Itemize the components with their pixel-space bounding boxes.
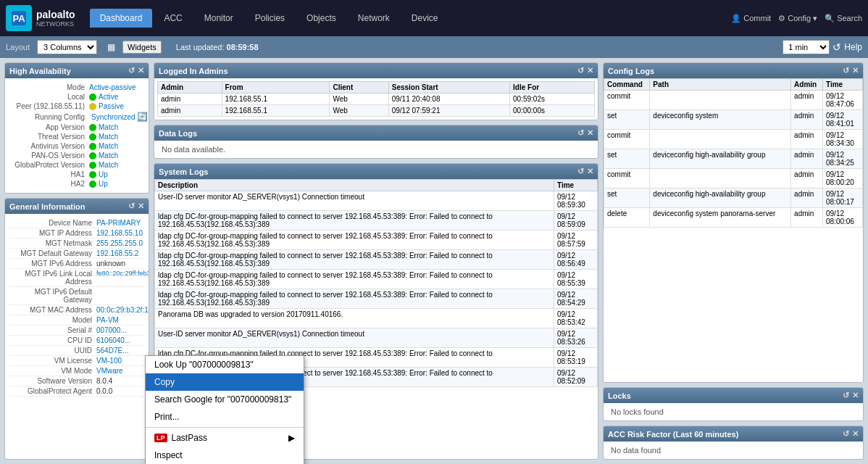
layout-label: Layout [6, 43, 30, 51]
syslog-row: User-ID server monitor AD_SERVER(vsys1) … [155, 191, 598, 211]
syslogs-refresh-icon[interactable]: ↺ [577, 167, 584, 176]
ha-panel-header: High Availability ↺ ✕ [5, 63, 149, 78]
ctx-lastpass[interactable]: LP LastPass ▶ [146, 429, 304, 447]
gi-panel-header: General Information ↺ ✕ [5, 199, 149, 214]
syslogs-title: System Logs [159, 167, 208, 176]
tab-acc[interactable]: ACC [154, 9, 192, 28]
datalogs-refresh-icon[interactable]: ↺ [577, 128, 584, 138]
tab-dashboard[interactable]: Dashboard [90, 9, 153, 28]
ha-row-ha2: HA2 Up [9, 179, 144, 188]
config-link[interactable]: ⚙ Config ▾ [778, 14, 817, 23]
ha-row-ha1: HA1 Up [9, 170, 144, 179]
antivirus-dot [89, 143, 96, 150]
config-logs-panel: Config Logs ↺ ✕ Command Path Admin Time [603, 62, 864, 383]
gi-row-ipv6-gw: MGT IPv6 Default Gateway [9, 287, 144, 305]
syslog-row: ldap cfg DC-for-group-mapping failed to … [155, 270, 598, 289]
ha-row-gp: GlobalProtect Version Match [9, 160, 144, 170]
gi-row-ipv6-link: MGT IPv6 Link Local Address fe80::20c:29… [9, 269, 144, 287]
syslogs-close-icon[interactable]: ✕ [587, 167, 593, 176]
panos-dot [89, 152, 96, 160]
high-availability-panel: High Availability ↺ ✕ Mode Active-passiv… [4, 62, 149, 194]
ha-row-mode: Mode Active-passive [9, 83, 144, 92]
admins-body: Admin From Client Session Start Idle For… [154, 78, 598, 120]
admins-col-client: Client [330, 82, 388, 94]
tab-device[interactable]: Device [401, 9, 448, 28]
gi-refresh-icon[interactable]: ↺ [128, 202, 135, 211]
admins-controls: ↺ ✕ [577, 66, 593, 75]
ha-close-icon[interactable]: ✕ [138, 66, 144, 75]
acc-body: No data found [604, 442, 863, 459]
lastpass-icon: LP [154, 434, 167, 442]
ctx-copy[interactable]: Copy [146, 373, 304, 391]
locks-title: Locks [608, 392, 631, 400]
ha-row-local: Local Active [9, 92, 144, 102]
cfg-col-time: Time [823, 79, 863, 91]
cfg-row: commit admin 09/1208:34:30 [604, 130, 863, 149]
admins-refresh-icon[interactable]: ↺ [577, 66, 584, 75]
cfglogs-table: Command Path Admin Time commit admin 09/… [604, 78, 863, 228]
gi-title: General Information [9, 202, 85, 211]
locks-no-data: No locks found [608, 405, 667, 419]
ctx-lookup[interactable]: Look Up "007000009813" [146, 356, 304, 373]
gi-row-cpuid: CPU ID 6106040... [9, 336, 144, 346]
ha-row-antivirus: Antivirus Version Match [9, 141, 144, 151]
ha-row-app: App Version Match [9, 123, 144, 132]
ha-refresh-icon[interactable]: ↺ [128, 66, 135, 75]
logo-icon: PA [6, 5, 32, 31]
refresh-interval-select[interactable]: 1 min 5 min Manual [783, 40, 830, 54]
updated-label: Last updated: 08:59:58 [176, 43, 259, 51]
help-button[interactable]: Help [844, 42, 862, 52]
widgets-button[interactable]: Widgets [122, 41, 162, 54]
gi-row-serial: Serial # 007000... [9, 326, 144, 336]
gi-row-gateway: MGT Default Gateway 192.168.55.2 [9, 249, 144, 259]
ha-row-threat: Threat Version Match [9, 132, 144, 141]
cfglogs-close-icon[interactable]: ✕ [852, 66, 859, 75]
datalogs-close-icon[interactable]: ✕ [587, 128, 593, 138]
syslog-row: Panorama DB was upgraded to version 2017… [155, 309, 598, 328]
locks-panel: Locks ↺ ✕ No locks found [603, 387, 864, 421]
cfglogs-controls: ↺ ✕ [843, 66, 859, 75]
cfglogs-refresh-icon[interactable]: ↺ [843, 66, 849, 75]
gi-row-device-name: Device Name PA-PRIMARY [9, 218, 144, 228]
acc-refresh-icon[interactable]: ↺ [843, 429, 849, 439]
search-link[interactable]: 🔍 Search [825, 14, 862, 23]
tab-policies[interactable]: Policies [245, 9, 295, 28]
gi-close-icon[interactable]: ✕ [138, 202, 144, 211]
tab-objects[interactable]: Objects [296, 9, 346, 28]
cfglogs-body: Command Path Admin Time commit admin 09/… [604, 78, 863, 382]
gi-row-uuid: UUID 564D7E... [9, 346, 144, 356]
gi-row-mgt-ip: MGT IP Address 192.168.55.10 [9, 228, 144, 239]
datalogs-controls: ↺ ✕ [577, 128, 593, 138]
toolbar: Layout 3 Columns 2 Columns 1 Column ▦ Wi… [0, 36, 868, 58]
locks-body: No locks found [604, 403, 863, 420]
ctx-search-google[interactable]: Search Google for "007000009813" [146, 391, 304, 408]
data-logs-panel: Data Logs ↺ ✕ No data available. [154, 125, 598, 159]
syslog-col-time: Time [554, 180, 598, 191]
acc-risk-panel: ACC Risk Factor (Last 60 minutes) ↺ ✕ No… [603, 426, 864, 460]
columns-select[interactable]: 3 Columns 2 Columns 1 Column [37, 40, 97, 54]
tab-network[interactable]: Network [348, 9, 400, 28]
locks-close-icon[interactable]: ✕ [852, 391, 859, 400]
admins-close-icon[interactable]: ✕ [587, 66, 593, 75]
syslog-row: ldap cfg DC-for-group-mapping failed to … [155, 250, 598, 270]
acc-title: ACC Risk Factor (Last 60 minutes) [608, 430, 738, 439]
nav-tabs: Dashboard ACC Monitor Policies Objects N… [90, 9, 448, 28]
ha-body: Mode Active-passive Local Active Peer (1… [5, 78, 149, 193]
commit-link[interactable]: 👤 Commit [731, 14, 771, 23]
ctx-inspect[interactable]: Inspect [146, 447, 304, 464]
locks-controls: ↺ ✕ [843, 391, 859, 400]
widgets-icon: ▦ [107, 42, 115, 52]
ha-title: High Availability [9, 67, 71, 75]
refresh-button[interactable]: ↺ [832, 41, 841, 53]
ctx-print[interactable]: Print... [146, 408, 304, 426]
ctx-arrow-icon: ▶ [288, 433, 295, 443]
locks-refresh-icon[interactable]: ↺ [843, 391, 849, 400]
top-right: 👤 Commit ⚙ Config ▾ 🔍 Search [731, 14, 862, 23]
ha2-dot [89, 181, 96, 188]
cfg-row: commit admin 09/1208:47:06 [604, 91, 863, 110]
gi-row-gp-agent: GlobalProtect Agent 0.0.0 [9, 386, 144, 397]
acc-close-icon[interactable]: ✕ [852, 429, 859, 439]
admins-col-idle: Idle For [510, 82, 595, 94]
logo-text: paloalto NETWORKS [36, 9, 75, 28]
tab-monitor[interactable]: Monitor [194, 9, 243, 28]
